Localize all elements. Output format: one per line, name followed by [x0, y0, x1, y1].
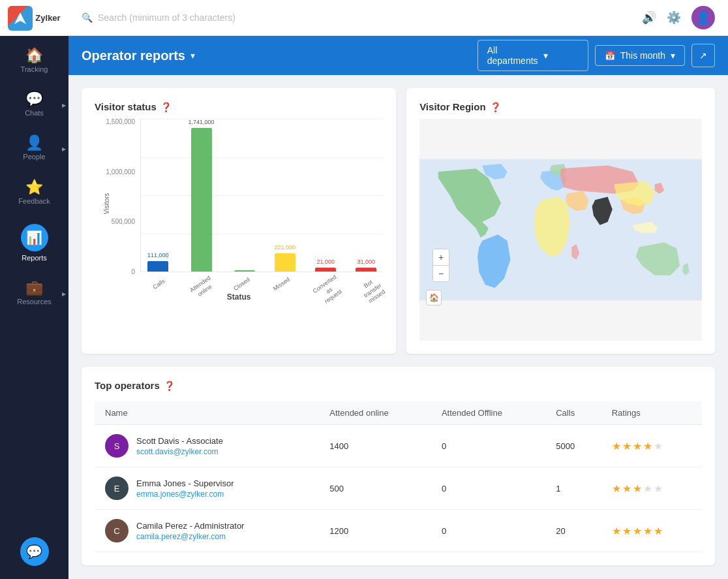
search-wrap: 🔍 Search (minimum of 3 characters) [82, 12, 642, 23]
star-1-5: ★ [654, 440, 663, 452]
logo-text: Zylker [35, 13, 60, 23]
bar-converted-rect [315, 268, 336, 272]
header-bar: Operator reports ▾ All departments ▾ 📅 T… [68, 36, 728, 75]
star-3-2: ★ [622, 525, 631, 537]
reports-icon-circle: 📊 [21, 224, 48, 251]
map-zoom-in-button[interactable]: + [433, 249, 449, 265]
table-row: E Emma Jones - Supervisor emma.jones@zyl… [95, 467, 702, 510]
operator-calls-1: 5000 [545, 425, 601, 467]
sidebar: Zylker 🏠 Tracking 💬 Chats ▶ 👤 People ▶ ⭐… [0, 0, 68, 579]
top-operators-title: Top operators ❓ [95, 380, 702, 391]
bar-bot-rect [356, 268, 376, 272]
operator-avatar-3: C [105, 519, 129, 542]
star-1-2: ★ [622, 440, 631, 452]
x-label-bot: Bot transfer missed [358, 275, 388, 306]
x-label-missed: Missed [271, 275, 301, 306]
chat-button-icon: 💬 [26, 544, 42, 559]
top-operators-card: Top operators ❓ Name Attended online Att… [82, 367, 715, 565]
sidebar-item-reports[interactable]: 📊 Reports [0, 215, 68, 272]
star-2-4: ★ [643, 482, 652, 495]
chats-arrow: ▶ [62, 102, 66, 108]
volume-icon[interactable]: 🔊 [642, 10, 656, 25]
operator-email-2: emma.jones@zylker.com [136, 490, 234, 499]
visitor-region-help-icon[interactable]: ❓ [490, 102, 501, 112]
operator-email-3: camila.perez@zylker.com [136, 532, 244, 541]
x-label-calls: Calls [149, 275, 179, 306]
avatar[interactable]: 👤 [691, 6, 715, 29]
visitor-region-title: Visitor Region ❓ [419, 101, 702, 112]
sidebar-label-reports: Reports [22, 254, 47, 262]
title-chevron-icon[interactable]: ▾ [190, 50, 195, 61]
bar-bot-transfer: 31,000 [356, 258, 376, 272]
bar-bot-value: 31,000 [357, 258, 375, 265]
operator-name-2: Emma Jones - Supervisor [136, 478, 234, 488]
star-icon: ⭐ [25, 180, 43, 195]
bar-missed-rect [275, 253, 296, 272]
resources-arrow: ▶ [62, 290, 66, 296]
operator-name-1: Scott Davis - Associate [136, 436, 223, 446]
col-name: Name [95, 401, 319, 425]
operator-attended-online-1: 1400 [319, 425, 431, 467]
map-zoom-out-button[interactable]: − [433, 266, 449, 281]
operator-name-cell-3: C Camila Perez - Administrator camila.pe… [95, 510, 319, 552]
bar-converted: 21,000 [315, 258, 336, 272]
export-button[interactable]: ↗ [691, 44, 715, 67]
export-icon: ↗ [699, 50, 707, 61]
operator-calls-2: 1 [545, 467, 601, 510]
settings-icon[interactable]: ⚙️ [667, 10, 681, 25]
table-row: C Camila Perez - Administrator camila.pe… [95, 510, 702, 552]
operator-attended-offline-3: 0 [431, 510, 545, 552]
star-1-4: ★ [643, 440, 652, 452]
operator-rating-1: ★ ★ ★ ★ ★ [601, 425, 702, 467]
operator-name-cell-2: E Emma Jones - Supervisor emma.jones@zyl… [95, 467, 319, 510]
page-title: Operator reports [82, 48, 185, 63]
dept-dropdown[interactable]: All departments ▾ [478, 40, 588, 71]
operator-email-1: scott.davis@zylker.com [136, 447, 223, 456]
reports-icon: 📊 [26, 230, 42, 245]
visitor-status-title: Visitor status ❓ [95, 101, 383, 112]
star-2-5: ★ [654, 482, 663, 495]
month-dropdown[interactable]: 📅 This month ▾ [595, 45, 685, 66]
star-3-1: ★ [612, 525, 621, 537]
x-label-closed: Closed [232, 275, 262, 306]
x-label-attended: Attended online [189, 275, 221, 307]
bar-closed [234, 268, 255, 272]
operator-attended-online-3: 1200 [319, 510, 431, 552]
briefcase-icon: 💼 [25, 281, 43, 295]
header-controls: All departments ▾ 📅 This month ▾ ↗ [478, 40, 715, 71]
star-1-1: ★ [612, 440, 621, 452]
y-label-500000: 500,000 [112, 219, 135, 225]
cards-row: Visitor status ❓ Visitors 1,500,000 1,00… [82, 88, 715, 354]
map-home-button[interactable]: 🏠 [426, 290, 442, 305]
month-chevron-icon: ▾ [671, 50, 675, 61]
operator-calls-3: 20 [545, 510, 601, 552]
table-row: S Scott Davis - Associate scott.davis@zy… [95, 425, 702, 467]
operators-help-icon[interactable]: ❓ [164, 381, 175, 391]
sidebar-label-chats: Chats [25, 109, 44, 117]
operator-rating-3: ★ ★ ★ ★ ★ [601, 510, 702, 552]
col-attended-offline: Attended Offline [431, 401, 545, 425]
sidebar-item-feedback[interactable]: ⭐ Feedback [0, 171, 68, 215]
y-label-0: 0 [131, 269, 135, 275]
operator-name-3: Camila Perez - Administrator [136, 521, 244, 531]
star-2-2: ★ [622, 482, 631, 495]
chat-button[interactable]: 💬 [20, 537, 49, 566]
operator-avatar-2: E [105, 477, 129, 500]
sidebar-item-people[interactable]: 👤 People ▶ [0, 127, 68, 170]
sidebar-item-chats[interactable]: 💬 Chats ▶ [0, 83, 68, 127]
topbar: 🔍 Search (minimum of 3 characters) 🔊 ⚙️ … [68, 0, 728, 36]
sidebar-item-tracking[interactable]: 🏠 Tracking [0, 39, 68, 83]
visitor-status-help-icon[interactable]: ❓ [160, 102, 172, 112]
operators-table: Name Attended online Attended Offline Ca… [95, 401, 702, 552]
star-2-1: ★ [612, 482, 621, 495]
star-1-3: ★ [633, 440, 642, 452]
bar-missed-value: 221,000 [275, 244, 296, 251]
visitor-status-chart: Visitors 1,500,000 1,000,000 500,000 0 [95, 119, 383, 328]
sidebar-label-feedback: Feedback [18, 197, 50, 206]
star-2-3: ★ [633, 482, 642, 495]
bar-calls: 111,000 [147, 252, 169, 272]
world-map: 🏠 + − [419, 119, 702, 341]
sidebar-item-resources[interactable]: 💼 Resources ▶ [0, 272, 68, 315]
sidebar-label-tracking: Tracking [21, 65, 48, 74]
visitor-status-card: Visitor status ❓ Visitors 1,500,000 1,00… [82, 88, 396, 354]
